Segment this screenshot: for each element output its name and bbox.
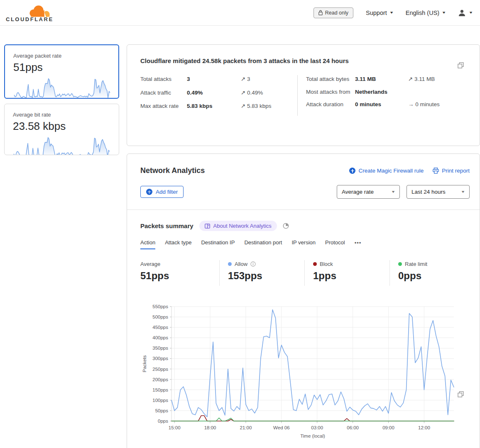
tabs-overflow-button[interactable]: ••• xyxy=(355,240,362,249)
kpi-value: 1pps xyxy=(313,270,389,282)
cloudflare-cloud-icon xyxy=(27,3,52,17)
stat-label: Max attack rate xyxy=(140,102,187,110)
svg-text:550pps: 550pps xyxy=(152,304,168,309)
rate-limit-series-dot xyxy=(398,262,402,266)
kpi-value: 0pps xyxy=(398,270,470,282)
svg-text:12:00: 12:00 xyxy=(418,425,430,430)
stat-value: Netherlands xyxy=(355,88,408,96)
tab-protocol[interactable]: Protocol xyxy=(325,239,345,249)
stat-label: Attack duration xyxy=(306,100,355,109)
svg-text:15:00: 15:00 xyxy=(169,425,181,430)
language-label: English (US) xyxy=(406,10,439,16)
stat-value: 3 xyxy=(187,75,241,83)
add-filter-button[interactable]: Add filter xyxy=(140,186,184,198)
kpi-label: Rate limit xyxy=(405,261,427,267)
network-analytics-card: Network Analytics Create Magic Firewall … xyxy=(127,153,480,448)
kpi-value: 51pps xyxy=(140,270,219,282)
account-menu[interactable]: ▼ xyxy=(458,9,473,17)
rate-type-select[interactable]: Average rate ▼ xyxy=(337,185,400,199)
popout-icon[interactable] xyxy=(458,62,464,70)
metric-card-bit-rate[interactable]: Average bit rate 23.58 kbps xyxy=(4,104,119,155)
print-report-link[interactable]: Print report xyxy=(433,168,470,174)
svg-text:18:00: 18:00 xyxy=(204,425,216,430)
read-only-label: Read only xyxy=(325,10,348,16)
read-only-badge: Read only xyxy=(313,7,353,18)
metric-value: 23.58 kbps xyxy=(13,120,110,133)
stat-trend: → 0 minutes xyxy=(408,100,466,109)
svg-text:100pps: 100pps xyxy=(152,398,168,403)
svg-text:300pps: 300pps xyxy=(152,356,168,361)
header-links: Create Magic Firewall rule Print report xyxy=(349,166,470,174)
plus-circle-icon xyxy=(146,189,152,195)
kpi-value: 153pps xyxy=(228,270,304,282)
trend-up-icon: ↗ xyxy=(241,76,245,82)
trend-up-icon: ↗ xyxy=(241,90,245,96)
top-navbar: CLOUDFLARE Read only Support ▼ English (… xyxy=(0,0,480,26)
allow-series-dot xyxy=(228,262,232,266)
popout-icon[interactable] xyxy=(458,391,464,399)
stat-row-attack-traffic: Attack traffic 0.49% ↗ 0.49% xyxy=(140,89,297,97)
time-range-value: Last 24 hours xyxy=(411,189,446,195)
kpi-rate-limit: Rate limit 0pps xyxy=(389,260,470,286)
network-analytics-header: Network Analytics Create Magic Firewall … xyxy=(140,166,470,175)
metric-card-packet-rate[interactable]: Average packet rate 51pps xyxy=(4,44,119,99)
svg-text:250pps: 250pps xyxy=(152,367,168,372)
stat-row-total-attacks: Total attacks 3 ↗ 3 xyxy=(140,75,297,83)
chevron-down-icon: ▼ xyxy=(389,11,394,15)
plus-circle-icon xyxy=(349,168,355,174)
stat-label: Total attack bytes xyxy=(306,75,355,83)
metric-value: 51pps xyxy=(13,61,110,74)
language-menu[interactable]: English (US) ▼ xyxy=(406,10,446,16)
support-menu[interactable]: Support ▼ xyxy=(366,10,393,16)
cloudflare-logo[interactable]: CLOUDFLARE xyxy=(6,3,54,22)
series-kpi-row: Average 51pps Allow 153pps xyxy=(140,260,470,286)
svg-text:150pps: 150pps xyxy=(152,387,168,392)
arrow-right-icon: → xyxy=(408,101,414,107)
network-analytics-title: Network Analytics xyxy=(140,166,205,175)
metric-label: Average packet rate xyxy=(13,53,110,59)
create-magic-firewall-rule-link[interactable]: Create Magic Firewall rule xyxy=(349,168,424,174)
chart-controls: Average rate ▼ Last 24 hours ▼ xyxy=(337,185,470,199)
tab-action[interactable]: Action xyxy=(140,239,155,249)
attack-stats-left: Total attacks 3 ↗ 3 Attack traffic 0.49%… xyxy=(140,75,297,116)
kpi-allow: Allow 153pps xyxy=(219,260,304,286)
stat-row-most-attacks-from: Most attacks from Netherlands xyxy=(306,88,466,96)
stat-value: 0 minutes xyxy=(355,100,408,109)
metric-sidebar: Average packet rate 51pps Average bit ra… xyxy=(4,44,119,160)
stat-value: 3.11 MB xyxy=(355,75,408,83)
tab-destination-port[interactable]: Destination port xyxy=(244,239,282,249)
tab-ip-version[interactable]: IP version xyxy=(291,239,316,249)
stat-row-total-attack-bytes: Total attack bytes 3.11 MB ↗ 3.11 MB xyxy=(306,75,466,83)
svg-text:350pps: 350pps xyxy=(152,346,168,351)
lock-icon xyxy=(318,10,323,15)
attack-stats-grid: Total attacks 3 ↗ 3 Attack traffic 0.49%… xyxy=(140,75,466,116)
kpi-label: Average xyxy=(140,261,160,267)
dimension-tabs: Action Attack type Destination IP Destin… xyxy=(140,239,470,249)
block-series-dot xyxy=(313,262,317,266)
packets-chart[interactable]: 0pps50pps100pps150pps200pps250pps300pps3… xyxy=(140,303,470,443)
stat-trend: ↗ 3.11 MB xyxy=(408,75,466,83)
kpi-label: Allow xyxy=(235,261,247,267)
stat-row-attack-duration: Attack duration 0 minutes → 0 minutes xyxy=(306,100,466,109)
logo-wordmark: CLOUDFLARE xyxy=(6,17,54,22)
attack-stats-right: Total attack bytes 3.11 MB ↗ 3.11 MB Mos… xyxy=(297,75,466,116)
bit-rate-sparkline xyxy=(13,134,110,155)
svg-text:Time (local): Time (local) xyxy=(300,433,325,438)
packets-time-series-chart[interactable]: 0pps50pps100pps150pps200pps250pps300pps3… xyxy=(140,303,456,441)
time-window-icon[interactable] xyxy=(283,223,289,229)
time-range-select[interactable]: Last 24 hours ▼ xyxy=(407,185,470,199)
kpi-block: Block 1pps xyxy=(304,260,389,286)
filter-row: Add filter Average rate ▼ Last 24 hours … xyxy=(140,185,470,199)
tab-attack-type[interactable]: Attack type xyxy=(165,239,191,249)
about-network-analytics-badge[interactable]: About Network Analytics xyxy=(199,221,277,231)
info-icon[interactable] xyxy=(250,261,256,267)
stat-label: Most attacks from xyxy=(306,88,355,96)
packets-summary-title: Packets summary xyxy=(140,222,193,229)
trend-up-icon: ↗ xyxy=(241,103,245,109)
printer-icon xyxy=(433,168,439,174)
header-actions: Read only Support ▼ English (US) ▼ ▼ xyxy=(313,7,473,18)
svg-text:Packets: Packets xyxy=(142,355,147,372)
stat-value: 5.83 kbps xyxy=(187,102,241,110)
tab-destination-ip[interactable]: Destination IP xyxy=(201,239,235,249)
svg-text:03:00: 03:00 xyxy=(311,425,323,430)
